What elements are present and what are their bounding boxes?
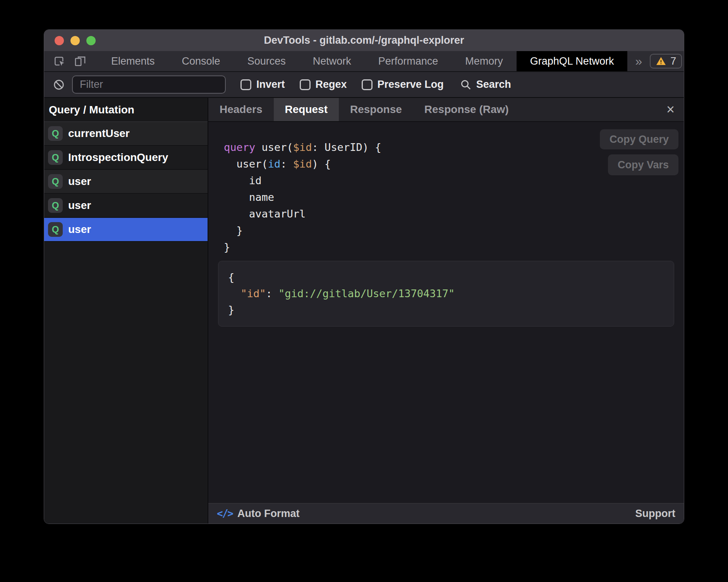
checkbox-label-regex: Regex [316,79,347,91]
copy-vars-button[interactable]: Copy Vars [608,154,678,175]
detail-footer: </> Auto Format Support [208,503,684,524]
query-sidebar: Query / Mutation QcurrentUserQIntrospect… [44,98,208,524]
inspect-element-icon[interactable] [53,55,66,68]
filter-toolbar: InvertRegexPreserve Log Search [44,72,684,98]
checkbox-invert[interactable]: Invert [240,79,285,91]
query-list-item[interactable]: Quser [44,194,208,218]
more-tabs-chevron-icon[interactable]: » [627,51,650,71]
copy-query-button[interactable]: Copy Query [600,129,678,149]
detail-tab-request[interactable]: Request [274,98,339,121]
main-tab-console[interactable]: Console [168,51,234,71]
auto-format-label: Auto Format [237,508,299,520]
content-area: Query / Mutation QcurrentUserQIntrospect… [44,98,684,524]
warnings-badge[interactable]: 7 [650,54,682,68]
devtools-toolbar-icons [44,51,94,71]
search-label: Search [476,79,511,91]
main-tab-graphql-network[interactable]: GraphQL Network [517,51,628,71]
warning-count: 7 [670,55,676,67]
filter-input[interactable] [72,75,226,94]
close-detail-icon[interactable]: × [657,103,684,116]
checkbox-label-preserve-log: Preserve Log [378,79,444,91]
device-toolbar-icon[interactable] [74,55,87,68]
title-bar: DevTools - gitlab.com/-/graphql-explorer [44,30,684,51]
main-tab-sources[interactable]: Sources [234,51,299,71]
query-name-label: user [68,199,91,212]
query-list-item[interactable]: Quser [44,170,208,194]
query-list-item[interactable]: QIntrospectionQuery [44,146,208,170]
support-link[interactable]: Support [635,508,675,520]
variables-code-line: "id": "gid://gitlab/User/13704317" [228,286,666,302]
auto-format-toggle[interactable]: </> Auto Format [217,508,299,520]
filter-options: InvertRegexPreserve Log [226,79,444,91]
query-name-label: currentUser [68,127,130,140]
main-tab-bar: ElementsConsoleSourcesNetworkPerformance… [44,51,684,72]
variables-code-line: { [228,269,666,286]
query-name-label: user [68,223,91,236]
detail-tab-bar: HeadersRequestResponseResponse (Raw) × [208,98,684,122]
clear-filter-icon[interactable] [53,79,65,91]
warning-icon [656,56,666,67]
query-code-line: } [224,222,684,239]
query-type-badge: Q [48,198,63,213]
checkbox-regex[interactable]: Regex [300,79,347,91]
checkbox-box-regex[interactable] [300,79,311,90]
main-tab-elements[interactable]: Elements [98,51,168,71]
checkbox-preserve-log[interactable]: Preserve Log [362,79,444,91]
request-tab-content: query user($id: UserID) { user(id: $id) … [208,122,684,503]
search-control[interactable]: Search [460,79,511,91]
code-brackets-icon: </> [217,508,233,519]
query-type-badge: Q [48,150,63,165]
graphql-variables-box: { "id": "gid://gitlab/User/13704317"} [218,261,674,327]
variables-code-line: } [228,302,666,318]
query-code-line: name [224,189,684,205]
query-list-item[interactable]: Quser [44,218,208,242]
query-code-line: avatarUrl [224,205,684,222]
query-list: QcurrentUserQIntrospectionQueryQuserQuse… [44,122,208,242]
detail-tab-headers[interactable]: Headers [208,98,274,121]
sidebar-header: Query / Mutation [44,98,208,122]
query-list-item[interactable]: QcurrentUser [44,122,208,146]
devtools-status-controls: 7 1 [650,51,684,71]
query-type-badge: Q [48,126,63,141]
devtools-window: DevTools - gitlab.com/-/graphql-explorer… [44,29,684,524]
checkbox-label-invert: Invert [256,79,285,91]
main-tab-performance[interactable]: Performance [365,51,452,71]
query-name-label: user [68,175,91,188]
query-code-line: } [224,239,684,255]
main-tabs: ElementsConsoleSourcesNetworkPerformance… [98,51,627,71]
checkbox-box-invert[interactable] [240,79,251,90]
main-tab-memory[interactable]: Memory [452,51,517,71]
query-type-badge: Q [48,222,63,237]
main-tab-network[interactable]: Network [299,51,365,71]
checkbox-box-preserve-log[interactable] [362,79,373,90]
window-title: DevTools - gitlab.com/-/graphql-explorer [44,34,684,46]
query-type-badge: Q [48,174,63,189]
query-name-label: IntrospectionQuery [68,151,168,164]
detail-tab-response[interactable]: Response [339,98,413,121]
detail-tab-response-raw[interactable]: Response (Raw) [413,98,520,121]
request-detail-panel: HeadersRequestResponseResponse (Raw) × q… [208,98,684,524]
search-icon [460,79,472,91]
